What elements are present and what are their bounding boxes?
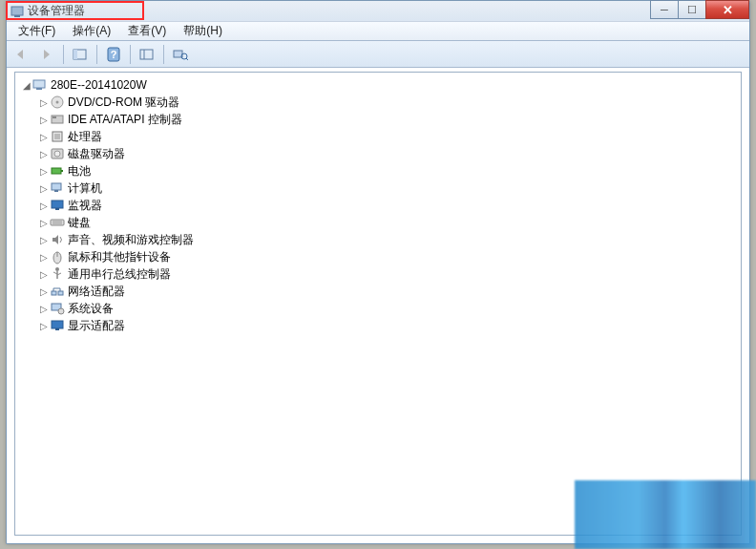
tree-node[interactable]: ▷电池: [15, 162, 741, 179]
battery-icon: [50, 163, 65, 179]
toolbar-separator: [163, 45, 164, 64]
svg-rect-25: [52, 201, 63, 208]
menubar: 文件(F) 操作(A) 查看(V) 帮助(H): [7, 22, 749, 41]
svg-rect-43: [52, 321, 63, 328]
menu-help[interactable]: 帮助(H): [176, 22, 230, 40]
disk-icon: [50, 146, 65, 161]
tree-node[interactable]: ▷鼠标和其他指针设备: [15, 248, 741, 265]
cpu-icon: [50, 129, 65, 144]
tree-node-label: 处理器: [68, 129, 102, 145]
tree-node-label: 磁盘驱动器: [68, 146, 125, 162]
tree-node[interactable]: ▷声音、视频和游戏控制器: [15, 231, 741, 248]
tree-node[interactable]: ▷网络适配器: [15, 283, 741, 300]
device-tree[interactable]: ◢ 280E--20141020W ▷DVD/CD-ROM 驱动器▷IDE AT…: [14, 72, 742, 536]
network-icon: [50, 284, 65, 299]
disc-icon: [50, 95, 65, 110]
toolbar-separator: [96, 45, 97, 64]
svg-rect-18: [54, 134, 60, 139]
expand-arrow-icon[interactable]: ▷: [38, 166, 50, 177]
tree-node-label: 监视器: [68, 198, 102, 214]
tree-node[interactable]: ▷磁盘驱动器: [15, 145, 741, 162]
tree-node[interactable]: ▷DVD/CD-ROM 驱动器: [15, 94, 741, 111]
tree-node[interactable]: ▷IDE ATA/ATAPI 控制器: [15, 111, 741, 128]
window-title: 设备管理器: [28, 3, 85, 19]
maximize-button[interactable]: ☐: [678, 0, 706, 19]
monitor-icon: [50, 198, 65, 213]
toolbar-separator: [130, 45, 131, 64]
tree-node-label: 系统设备: [68, 301, 114, 317]
tree-root[interactable]: ◢ 280E--20141020W: [15, 76, 741, 94]
console-tree-button[interactable]: [69, 44, 92, 65]
tree-node[interactable]: ▷系统设备: [15, 300, 741, 317]
expand-arrow-icon[interactable]: ▷: [38, 115, 50, 125]
expand-arrow-icon[interactable]: ▷: [38, 269, 50, 280]
collapse-arrow-icon[interactable]: ◢: [21, 80, 32, 91]
tree-node-label: 通用串行总线控制器: [68, 266, 171, 283]
expand-arrow-icon[interactable]: ▷: [38, 183, 50, 194]
expand-arrow-icon[interactable]: ▷: [38, 218, 50, 228]
system-icon: [50, 301, 65, 316]
help-button[interactable]: ?: [102, 44, 125, 65]
svg-point-14: [56, 101, 59, 104]
svg-rect-24: [54, 190, 58, 192]
usb-icon: [50, 266, 65, 282]
properties-button[interactable]: [136, 44, 158, 65]
svg-rect-23: [52, 183, 61, 190]
svg-point-32: [55, 267, 59, 271]
tree-node[interactable]: ▷监视器: [15, 197, 741, 214]
svg-point-20: [54, 151, 60, 157]
svg-rect-44: [55, 328, 59, 330]
forward-button[interactable]: [35, 44, 58, 65]
watermark-overlay: [575, 480, 756, 549]
expand-arrow-icon[interactable]: ▷: [38, 252, 50, 263]
tree-node[interactable]: ▷键盘: [15, 214, 741, 231]
ide-icon: [50, 112, 65, 127]
expand-arrow-icon[interactable]: ▷: [38, 286, 50, 297]
menu-file[interactable]: 文件(F): [10, 22, 63, 40]
expand-arrow-icon[interactable]: ▷: [38, 321, 50, 331]
menu-action[interactable]: 操作(A): [65, 22, 118, 40]
window-controls: ─ ☐ ✕: [651, 0, 749, 19]
tree-node-label: IDE ATA/ATAPI 控制器: [68, 112, 182, 128]
back-button[interactable]: [10, 44, 33, 65]
svg-rect-3: [74, 50, 77, 59]
app-icon: [10, 5, 24, 18]
tree-node-label: 网络适配器: [68, 284, 125, 300]
expand-arrow-icon[interactable]: ▷: [38, 132, 50, 142]
menu-view[interactable]: 查看(V): [120, 22, 174, 40]
tree-node-label: 显示适配器: [68, 318, 125, 334]
display-icon: [50, 318, 65, 333]
expand-arrow-icon[interactable]: ▷: [38, 149, 50, 159]
expand-arrow-icon[interactable]: ▷: [38, 97, 50, 108]
svg-rect-1: [14, 15, 20, 17]
scan-hardware-button[interactable]: [169, 44, 192, 65]
minimize-button[interactable]: ─: [650, 0, 679, 19]
tree-node-label: 计算机: [68, 180, 102, 197]
svg-line-10: [186, 58, 188, 60]
tree-node[interactable]: ▷处理器: [15, 128, 741, 145]
svg-rect-0: [11, 7, 23, 15]
tree-node-label: 电池: [68, 163, 91, 179]
close-button[interactable]: ✕: [705, 0, 749, 19]
svg-rect-22: [61, 170, 63, 172]
computer-icon: [32, 77, 48, 93]
tree-root-label: 280E--20141020W: [51, 78, 147, 92]
tree-node[interactable]: ▷显示适配器: [15, 317, 741, 334]
tree-node[interactable]: ▷计算机: [15, 179, 741, 197]
tree-node-label: 键盘: [68, 215, 91, 231]
tree-node[interactable]: ▷通用串行总线控制器: [15, 265, 741, 283]
tree-node-label: DVD/CD-ROM 驱动器: [68, 95, 179, 111]
svg-rect-27: [51, 220, 64, 225]
expand-arrow-icon[interactable]: ▷: [38, 304, 50, 314]
toolbar-separator: [63, 45, 64, 64]
svg-rect-12: [36, 88, 42, 90]
svg-rect-37: [58, 291, 63, 295]
expand-arrow-icon[interactable]: ▷: [38, 235, 50, 245]
titlebar: 设备管理器 ─ ☐ ✕: [7, 1, 749, 22]
toolbar: ?: [7, 41, 749, 68]
svg-rect-36: [52, 291, 56, 295]
tree-node-label: 鼠标和其他指针设备: [68, 249, 171, 265]
expand-arrow-icon[interactable]: ▷: [38, 201, 50, 211]
svg-rect-21: [52, 168, 61, 174]
device-manager-window: 设备管理器 ─ ☐ ✕ 文件(F) 操作(A) 查看(V) 帮助(H) ?: [6, 0, 750, 544]
